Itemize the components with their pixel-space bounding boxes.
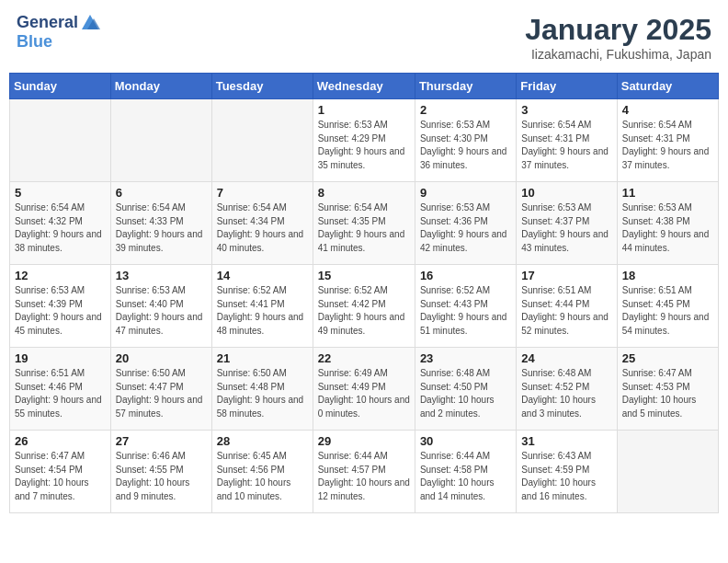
- day-number: 30: [420, 434, 511, 448]
- calendar-cell: 22Sunrise: 6:49 AM Sunset: 4:49 PM Dayli…: [313, 348, 415, 431]
- day-info: Sunrise: 6:52 AM Sunset: 4:42 PM Dayligh…: [318, 284, 410, 338]
- day-info: Sunrise: 6:51 AM Sunset: 4:44 PM Dayligh…: [521, 284, 611, 338]
- day-number: 23: [420, 351, 511, 365]
- day-info: Sunrise: 6:47 AM Sunset: 4:53 PM Dayligh…: [622, 367, 713, 420]
- day-number: 17: [521, 269, 611, 282]
- day-info: Sunrise: 6:47 AM Sunset: 4:54 PM Dayligh…: [15, 450, 106, 503]
- day-info: Sunrise: 6:43 AM Sunset: 4:59 PM Dayligh…: [521, 450, 611, 503]
- day-number: 18: [622, 269, 713, 282]
- day-info: Sunrise: 6:50 AM Sunset: 4:48 PM Dayligh…: [217, 367, 308, 420]
- calendar-cell: 14Sunrise: 6:52 AM Sunset: 4:41 PM Dayli…: [211, 265, 313, 348]
- page-header: General Blue January 2025 Iizakamachi, F…: [9, 9, 719, 65]
- calendar-cell: 28Sunrise: 6:45 AM Sunset: 4:56 PM Dayli…: [211, 431, 313, 513]
- day-number: 1: [318, 103, 410, 117]
- calendar-cell: 6Sunrise: 6:54 AM Sunset: 4:33 PM Daylig…: [110, 182, 211, 265]
- day-info: Sunrise: 6:50 AM Sunset: 4:47 PM Dayligh…: [116, 367, 207, 420]
- weekday-header-monday: Monday: [110, 74, 211, 99]
- day-info: Sunrise: 6:54 AM Sunset: 4:33 PM Dayligh…: [116, 201, 207, 255]
- day-info: Sunrise: 6:48 AM Sunset: 4:52 PM Dayligh…: [521, 367, 611, 420]
- calendar-cell: 11Sunrise: 6:53 AM Sunset: 4:38 PM Dayli…: [617, 182, 718, 265]
- day-info: Sunrise: 6:54 AM Sunset: 4:34 PM Dayligh…: [217, 201, 308, 255]
- weekday-header-wednesday: Wednesday: [313, 74, 415, 99]
- day-number: 25: [622, 351, 713, 365]
- day-number: 16: [420, 269, 511, 282]
- day-info: Sunrise: 6:44 AM Sunset: 4:57 PM Dayligh…: [318, 450, 410, 503]
- day-number: 5: [15, 186, 106, 200]
- day-info: Sunrise: 6:53 AM Sunset: 4:37 PM Dayligh…: [521, 201, 611, 255]
- day-info: Sunrise: 6:53 AM Sunset: 4:39 PM Dayligh…: [15, 284, 106, 338]
- day-number: 7: [217, 186, 308, 200]
- day-number: 29: [318, 434, 410, 448]
- location-subtitle: Iizakamachi, Fukushima, Japan: [525, 47, 711, 62]
- calendar-cell: 21Sunrise: 6:50 AM Sunset: 4:48 PM Dayli…: [211, 348, 313, 431]
- weekday-header-sunday: Sunday: [10, 74, 111, 99]
- calendar-cell: 1Sunrise: 6:53 AM Sunset: 4:29 PM Daylig…: [313, 99, 415, 182]
- calendar-cell: 24Sunrise: 6:48 AM Sunset: 4:52 PM Dayli…: [517, 348, 617, 431]
- calendar-cell: 4Sunrise: 6:54 AM Sunset: 4:31 PM Daylig…: [617, 99, 718, 182]
- day-info: Sunrise: 6:54 AM Sunset: 4:31 PM Dayligh…: [622, 119, 713, 172]
- calendar-cell: 5Sunrise: 6:54 AM Sunset: 4:32 PM Daylig…: [10, 182, 111, 265]
- calendar-cell: [110, 99, 211, 182]
- day-info: Sunrise: 6:52 AM Sunset: 4:43 PM Dayligh…: [420, 284, 511, 338]
- calendar-cell: 15Sunrise: 6:52 AM Sunset: 4:42 PM Dayli…: [313, 265, 415, 348]
- weekday-header-friday: Friday: [517, 74, 617, 99]
- logo-text-blue: Blue: [17, 33, 52, 52]
- day-number: 13: [116, 269, 207, 282]
- day-number: 21: [217, 351, 308, 365]
- calendar-cell: 25Sunrise: 6:47 AM Sunset: 4:53 PM Dayli…: [617, 348, 718, 431]
- day-info: Sunrise: 6:54 AM Sunset: 4:32 PM Dayligh…: [15, 201, 106, 255]
- calendar-cell: 2Sunrise: 6:53 AM Sunset: 4:30 PM Daylig…: [415, 99, 516, 182]
- calendar-cell: 18Sunrise: 6:51 AM Sunset: 4:45 PM Dayli…: [617, 265, 718, 348]
- calendar-cell: 8Sunrise: 6:54 AM Sunset: 4:35 PM Daylig…: [313, 182, 415, 265]
- day-info: Sunrise: 6:51 AM Sunset: 4:45 PM Dayligh…: [622, 284, 713, 338]
- day-number: 6: [116, 186, 207, 200]
- day-info: Sunrise: 6:48 AM Sunset: 4:50 PM Dayligh…: [420, 367, 511, 420]
- title-block: January 2025 Iizakamachi, Fukushima, Jap…: [525, 13, 711, 62]
- day-info: Sunrise: 6:54 AM Sunset: 4:31 PM Dayligh…: [521, 119, 611, 172]
- day-info: Sunrise: 6:51 AM Sunset: 4:46 PM Dayligh…: [15, 367, 106, 420]
- day-info: Sunrise: 6:53 AM Sunset: 4:38 PM Dayligh…: [622, 201, 713, 255]
- calendar-cell: 26Sunrise: 6:47 AM Sunset: 4:54 PM Dayli…: [10, 431, 111, 513]
- weekday-header-tuesday: Tuesday: [211, 74, 313, 99]
- calendar-cell: 10Sunrise: 6:53 AM Sunset: 4:37 PM Dayli…: [517, 182, 617, 265]
- calendar-cell: 20Sunrise: 6:50 AM Sunset: 4:47 PM Dayli…: [110, 348, 211, 431]
- day-number: 10: [521, 186, 611, 200]
- day-number: 15: [318, 269, 410, 282]
- calendar-cell: 27Sunrise: 6:46 AM Sunset: 4:55 PM Dayli…: [110, 431, 211, 513]
- calendar-cell: 29Sunrise: 6:44 AM Sunset: 4:57 PM Dayli…: [313, 431, 415, 513]
- day-info: Sunrise: 6:45 AM Sunset: 4:56 PM Dayligh…: [217, 450, 308, 503]
- calendar-cell: 23Sunrise: 6:48 AM Sunset: 4:50 PM Dayli…: [415, 348, 516, 431]
- day-info: Sunrise: 6:46 AM Sunset: 4:55 PM Dayligh…: [116, 450, 207, 503]
- weekday-header-saturday: Saturday: [617, 74, 718, 99]
- calendar-cell: 16Sunrise: 6:52 AM Sunset: 4:43 PM Dayli…: [415, 265, 516, 348]
- calendar-week-3: 12Sunrise: 6:53 AM Sunset: 4:39 PM Dayli…: [10, 265, 719, 348]
- day-number: 24: [521, 351, 611, 365]
- calendar-cell: 19Sunrise: 6:51 AM Sunset: 4:46 PM Dayli…: [10, 348, 111, 431]
- calendar-cell: 30Sunrise: 6:44 AM Sunset: 4:58 PM Dayli…: [415, 431, 516, 513]
- calendar-cell: 17Sunrise: 6:51 AM Sunset: 4:44 PM Dayli…: [517, 265, 617, 348]
- day-number: 28: [217, 434, 308, 448]
- calendar-cell: [617, 431, 718, 513]
- day-number: 4: [622, 103, 713, 117]
- day-number: 26: [15, 434, 106, 448]
- day-info: Sunrise: 6:53 AM Sunset: 4:29 PM Dayligh…: [318, 119, 410, 172]
- day-number: 20: [116, 351, 207, 365]
- day-info: Sunrise: 6:49 AM Sunset: 4:49 PM Dayligh…: [318, 367, 410, 420]
- calendar-week-1: 1Sunrise: 6:53 AM Sunset: 4:29 PM Daylig…: [10, 99, 719, 182]
- day-number: 22: [318, 351, 410, 365]
- day-number: 8: [318, 186, 410, 200]
- month-title: January 2025: [525, 13, 711, 47]
- weekday-header-thursday: Thursday: [415, 74, 516, 99]
- calendar-cell: 13Sunrise: 6:53 AM Sunset: 4:40 PM Dayli…: [110, 265, 211, 348]
- calendar-cell: 12Sunrise: 6:53 AM Sunset: 4:39 PM Dayli…: [10, 265, 111, 348]
- day-number: 27: [116, 434, 207, 448]
- calendar-cell: [211, 99, 313, 182]
- calendar-week-2: 5Sunrise: 6:54 AM Sunset: 4:32 PM Daylig…: [10, 182, 719, 265]
- calendar-table: SundayMondayTuesdayWednesdayThursdayFrid…: [9, 73, 719, 513]
- day-number: 31: [521, 434, 611, 448]
- logo-text-general: General: [17, 14, 78, 32]
- weekday-header-row: SundayMondayTuesdayWednesdayThursdayFrid…: [10, 74, 719, 99]
- day-info: Sunrise: 6:53 AM Sunset: 4:36 PM Dayligh…: [420, 201, 511, 255]
- day-info: Sunrise: 6:53 AM Sunset: 4:30 PM Dayligh…: [420, 119, 511, 172]
- day-info: Sunrise: 6:54 AM Sunset: 4:35 PM Dayligh…: [318, 201, 410, 255]
